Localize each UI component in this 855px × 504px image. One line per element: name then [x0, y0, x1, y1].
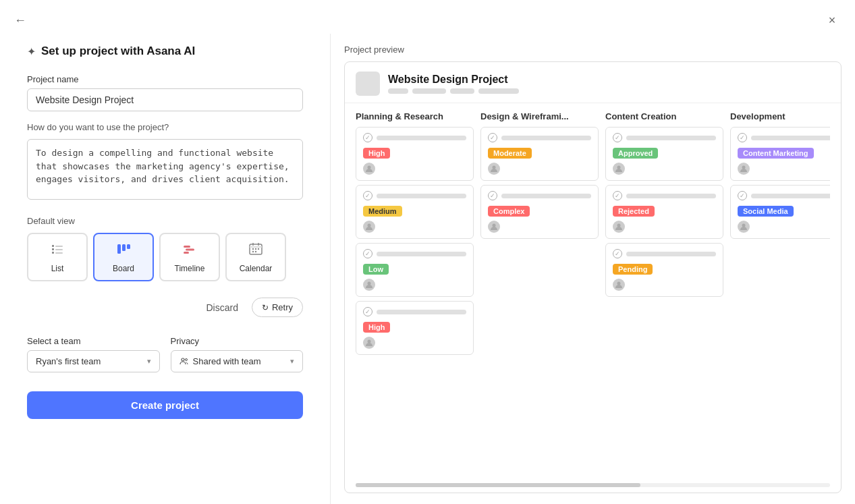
card-planning-4: ✓ High — [356, 301, 474, 355]
preview-pills — [388, 88, 519, 94]
badge-social-media: Social Media — [738, 206, 794, 217]
card-check-row: ✓ — [613, 191, 716, 200]
action-row: Discard ↻ Retry — [27, 298, 303, 317]
svg-rect-1 — [55, 246, 63, 247]
retry-button[interactable]: ↻ Retry — [252, 298, 303, 317]
card-line — [377, 252, 466, 256]
card-check-row: ✓ — [488, 191, 591, 200]
kanban-cards-content: ✓ Approved ✓ — [605, 127, 723, 297]
badge-approved: Approved — [613, 148, 658, 159]
card-avatar — [738, 221, 750, 233]
svg-point-15 — [255, 248, 256, 249]
card-design-1: ✓ Moderate — [480, 127, 599, 181]
privacy-text: Shared with team — [193, 356, 261, 366]
ai-icon: ✦ — [27, 45, 36, 58]
card-avatar — [488, 221, 500, 233]
list-icon — [50, 242, 65, 260]
retry-icon: ↻ — [262, 303, 269, 312]
card-line — [501, 194, 591, 198]
svg-rect-8 — [127, 244, 130, 249]
preview-avatar — [356, 72, 380, 96]
view-option-board[interactable]: Board — [93, 233, 154, 281]
card-avatar — [613, 163, 625, 175]
close-button[interactable]: × — [823, 11, 842, 30]
view-option-list[interactable]: List — [27, 233, 88, 281]
view-option-calendar[interactable]: Calendar — [225, 233, 286, 281]
kanban-cards-planning: ✓ High ✓ — [356, 127, 474, 355]
card-check: ✓ — [488, 191, 497, 200]
right-panel: Project preview Website Design Project — [331, 34, 855, 504]
svg-rect-9 — [184, 246, 190, 248]
card-avatar — [363, 163, 375, 175]
svg-point-23 — [368, 166, 371, 169]
svg-rect-4 — [52, 252, 54, 254]
card-planning-2: ✓ Medium — [356, 185, 474, 239]
card-check-row: ✓ — [363, 133, 466, 142]
svg-rect-2 — [52, 248, 54, 250]
badge-moderate: Moderate — [488, 148, 532, 159]
card-avatar — [738, 163, 750, 175]
select-team-label: Select a team — [27, 336, 160, 346]
view-timeline-label: Timeline — [175, 264, 205, 273]
card-dev-2: ✓ Social Media — [730, 185, 830, 239]
svg-point-21 — [182, 358, 184, 361]
preview-project-title: Website Design Project — [388, 74, 519, 86]
svg-point-30 — [617, 224, 621, 227]
svg-point-16 — [258, 248, 259, 249]
privacy-label: Privacy — [171, 336, 304, 346]
kanban-col-content: Content Creation ✓ Approved — [605, 111, 723, 472]
people-icon — [180, 357, 189, 366]
use-textarea[interactable]: To design a compelling and functional we… — [27, 139, 303, 200]
card-check: ✓ — [613, 249, 622, 258]
view-options: List Board — [27, 233, 303, 281]
view-board-label: Board — [113, 264, 134, 273]
card-check-row: ✓ — [738, 133, 830, 142]
kanban-board: Planning & Research ✓ High — [356, 111, 830, 472]
badge-content-marketing: Content Marketing — [738, 148, 814, 159]
create-project-button[interactable]: Create project — [27, 391, 303, 419]
view-option-timeline[interactable]: Timeline — [159, 233, 220, 281]
badge-low: Low — [363, 264, 389, 275]
preview-scrollbar[interactable] — [356, 483, 830, 487]
badge-pending: Pending — [613, 264, 653, 275]
card-check: ✓ — [363, 191, 373, 200]
card-check-row: ✓ — [738, 191, 830, 200]
project-name-label: Project name — [27, 74, 303, 84]
svg-point-28 — [493, 224, 496, 227]
project-name-input[interactable] — [27, 88, 303, 111]
card-line — [626, 252, 716, 256]
back-button[interactable]: ← — [11, 11, 30, 30]
preview-box: Website Design Project Planning & Resear… — [344, 61, 842, 493]
card-planning-1: ✓ High — [356, 127, 474, 181]
svg-rect-0 — [52, 245, 54, 247]
card-avatar — [613, 221, 625, 233]
kanban-col-development: Development ✓ Content Marketing — [730, 111, 830, 472]
ai-header: ✦ Set up project with Asana AI — [27, 45, 303, 58]
svg-rect-10 — [186, 248, 194, 250]
svg-rect-13 — [250, 246, 262, 248]
privacy-col: Privacy Shared with team ▾ — [171, 336, 304, 372]
preview-title-area: Website Design Project — [388, 74, 519, 94]
card-check-row: ✓ — [488, 133, 591, 142]
pill-4 — [478, 88, 519, 94]
team-dropdown[interactable]: Ryan's first team ▾ — [27, 350, 160, 372]
card-check-row: ✓ — [363, 191, 466, 200]
svg-rect-6 — [117, 244, 121, 254]
kanban-cards-development: ✓ Content Marketing ✓ — [730, 127, 830, 239]
discard-button[interactable]: Discard — [200, 298, 243, 317]
card-avatar — [363, 337, 375, 349]
card-line — [626, 194, 716, 198]
svg-point-17 — [252, 250, 254, 252]
card-content-2: ✓ Rejected — [605, 185, 723, 239]
privacy-dropdown[interactable]: Shared with team ▾ — [171, 350, 304, 372]
card-avatar — [613, 279, 625, 291]
card-planning-3: ✓ Low — [356, 243, 474, 297]
card-content-1: ✓ Approved — [605, 127, 723, 181]
svg-rect-3 — [55, 249, 63, 250]
card-avatar — [488, 163, 500, 175]
scrollbar-thumb — [356, 483, 640, 487]
kanban-col-planning: Planning & Research ✓ High — [356, 111, 474, 472]
svg-point-18 — [255, 250, 256, 252]
card-check: ✓ — [488, 133, 497, 142]
team-dropdown-chevron: ▾ — [147, 357, 151, 366]
